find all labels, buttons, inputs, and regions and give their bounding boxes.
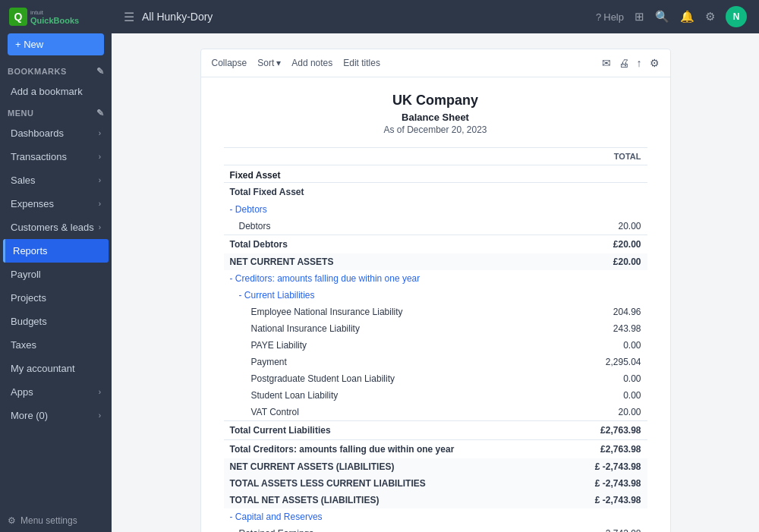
sidebar-item-customers-leads[interactable]: Customers & leads › <box>3 216 109 239</box>
table-row: Retained Earnings2,743.98 <box>224 525 647 532</box>
sidebar-item-more[interactable]: More (0) › <box>3 404 109 427</box>
menu-section-header[interactable]: MENU ✎ <box>0 103 112 121</box>
sidebar-item-reports[interactable]: Reports <box>3 239 109 263</box>
sort-dropdown-icon: ▾ <box>276 58 281 68</box>
topbar-right: ? Help ⊞ 🔍 🔔 ⚙ N <box>596 6 747 27</box>
search-icon[interactable]: 🔍 <box>655 10 669 24</box>
sidebar-item-budgets[interactable]: Budgets <box>3 310 109 333</box>
sidebar-item-apps[interactable]: Apps › <box>3 380 109 404</box>
chevron-right-icon: › <box>99 129 101 137</box>
table-row: TOTAL NET ASSETS (LIABILITIES)£ -2,743.9… <box>224 492 647 508</box>
company-name: All Hunky-Dory <box>142 11 213 23</box>
qb-icon: Q <box>9 8 27 26</box>
table-row: PAYE Liability0.00 <box>224 337 647 354</box>
content-area: Collapse Sort ▾ Add notes Edit titles ✉ … <box>112 33 759 532</box>
report-toolbar: Collapse Sort ▾ Add notes Edit titles ✉ … <box>201 49 670 77</box>
edit-bookmarks-icon[interactable]: ✎ <box>96 66 105 77</box>
company-title: UK Company <box>224 93 647 109</box>
avatar[interactable]: N <box>726 6 747 27</box>
table-row: National Insurance Liability243.98 <box>224 320 647 337</box>
table-row: NET CURRENT ASSETS (LIABILITIES)£ -2,743… <box>224 458 647 475</box>
table-row: Debtors20.00 <box>224 218 647 235</box>
apps-grid-icon[interactable]: ⊞ <box>635 10 644 24</box>
sidebar-item-projects[interactable]: Projects <box>3 286 109 310</box>
balance-sheet-table: TOTAL Fixed Asset Total Fixed Asset <box>224 147 647 532</box>
new-button[interactable]: + New <box>8 33 104 55</box>
gear-icon: ⚙ <box>8 515 16 526</box>
export-button[interactable]: ↑ <box>637 57 642 69</box>
add-notes-button[interactable]: Add notes <box>291 58 332 68</box>
bookmarks-label: BOOKMARKS <box>8 67 67 76</box>
table-row: VAT Control20.00 <box>224 404 647 421</box>
report-toolbar-right: ✉ 🖨 ↑ ⚙ <box>602 57 660 69</box>
table-row: Total Creditors: amounts falling due wit… <box>224 440 647 459</box>
table-row: Total Current Liabilities£2,763.98 <box>224 421 647 440</box>
sidebar-item-dashboards[interactable]: Dashboards › <box>3 121 109 145</box>
chevron-right-icon: › <box>99 153 101 161</box>
sidebar-item-taxes[interactable]: Taxes <box>3 333 109 357</box>
sidebar-item-sales[interactable]: Sales › <box>3 168 109 192</box>
table-row: Employee National Insurance Liability204… <box>224 304 647 320</box>
sidebar-item-my-accountant[interactable]: My accountant <box>3 357 109 380</box>
notifications-icon[interactable]: 🔔 <box>680 10 694 24</box>
edit-menu-icon[interactable]: ✎ <box>96 108 105 118</box>
edit-titles-button[interactable]: Edit titles <box>343 58 380 68</box>
brand-top: intuit <box>30 9 79 16</box>
chevron-right-icon: › <box>99 176 101 184</box>
chevron-right-icon: › <box>99 223 101 231</box>
add-bookmark-label: Add a bookmark <box>11 86 83 97</box>
add-bookmark-item[interactable]: Add a bookmark <box>3 80 109 103</box>
bookmarks-section-header[interactable]: BOOKMARKS ✎ <box>0 61 112 80</box>
qb-brand: intuit QuickBooks <box>30 9 79 25</box>
topbar-left: ☰ All Hunky-Dory <box>124 10 213 24</box>
table-row: Total Fixed Asset <box>224 183 647 202</box>
chevron-down-icon: › <box>99 411 101 420</box>
col-header-total: TOTAL <box>563 148 647 165</box>
main-content: ☰ All Hunky-Dory ? Help ⊞ 🔍 🔔 ⚙ N Collap… <box>112 0 759 532</box>
col-header-label <box>224 148 564 165</box>
sidebar-item-payroll[interactable]: Payroll <box>3 263 109 286</box>
table-row: - Creditors: amounts falling due within … <box>224 270 647 287</box>
table-row: Student Loan Liability0.00 <box>224 387 647 404</box>
table-row: Postgraduate Student Loan Liability0.00 <box>224 370 647 387</box>
sort-button[interactable]: Sort ▾ <box>257 58 281 68</box>
table-row: - Debtors <box>224 201 647 218</box>
report-body: UK Company Balance Sheet As of December … <box>201 77 670 532</box>
table-row: Payment2,295.04 <box>224 354 647 370</box>
settings-report-button[interactable]: ⚙ <box>650 57 660 69</box>
table-row: - Current Liabilities <box>224 287 647 304</box>
sidebar-item-expenses[interactable]: Expenses › <box>3 192 109 216</box>
menu-label: MENU <box>8 109 33 118</box>
help-button[interactable]: ? Help <box>596 11 624 23</box>
table-row: Fixed Asset <box>224 165 647 183</box>
table-row: NET CURRENT ASSETS£20.00 <box>224 253 647 270</box>
hamburger-icon[interactable]: ☰ <box>124 10 134 24</box>
question-icon: ? <box>596 11 601 23</box>
email-button[interactable]: ✉ <box>602 57 611 69</box>
sidebar: Q intuit QuickBooks + New BOOKMARKS ✎ Ad… <box>0 0 112 532</box>
report-container: Collapse Sort ▾ Add notes Edit titles ✉ … <box>200 49 671 532</box>
brand-bottom: QuickBooks <box>30 16 79 25</box>
topbar: ☰ All Hunky-Dory ? Help ⊞ 🔍 🔔 ⚙ N <box>112 0 759 33</box>
report-toolbar-left: Collapse Sort ▾ Add notes Edit titles <box>212 58 380 68</box>
chevron-right-icon: › <box>99 388 101 396</box>
chevron-right-icon: › <box>99 200 101 208</box>
settings-icon[interactable]: ⚙ <box>705 10 715 24</box>
menu-settings[interactable]: ⚙ Menu settings <box>0 509 112 532</box>
table-row: - Capital and Reserves <box>224 508 647 525</box>
print-button[interactable]: 🖨 <box>619 57 629 69</box>
report-title: Balance Sheet <box>224 112 647 123</box>
logo-area: Q intuit QuickBooks <box>0 0 112 30</box>
collapse-button[interactable]: Collapse <box>212 58 247 68</box>
table-row: TOTAL ASSETS LESS CURRENT LIABILITIES£ -… <box>224 475 647 492</box>
table-row: Total Debtors£20.00 <box>224 235 647 254</box>
report-date: As of December 20, 2023 <box>224 124 647 135</box>
sidebar-item-transactions[interactable]: Transactions › <box>3 145 109 168</box>
